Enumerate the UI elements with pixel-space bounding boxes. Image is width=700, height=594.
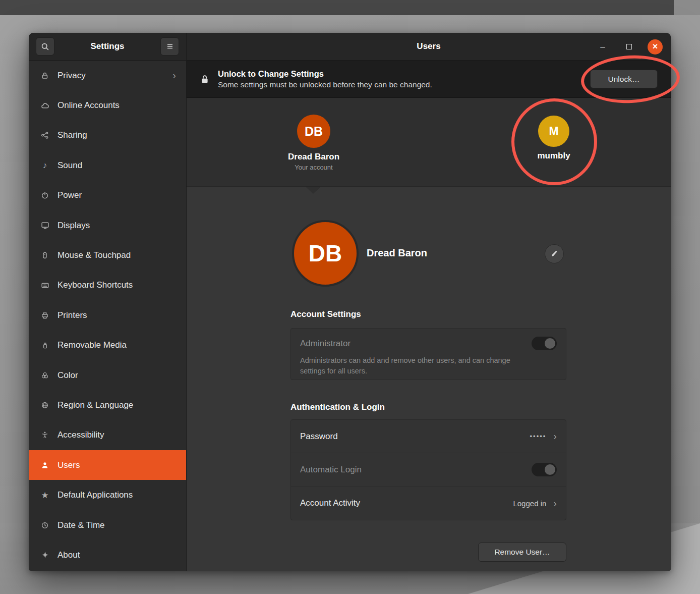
section-heading-account-settings: Account Settings xyxy=(290,309,361,319)
desktop: Settings Privacy xyxy=(0,0,700,594)
sidebar-item-label: Privacy xyxy=(57,71,86,81)
sidebar-item-label: Power xyxy=(57,190,82,200)
sidebar-item-power[interactable]: Power xyxy=(29,181,186,210)
chevron-right-icon: › xyxy=(172,70,176,81)
profile-avatar: DB xyxy=(292,220,359,287)
sidebar-item-label: Date & Time xyxy=(57,520,105,530)
sidebar-item-removable-media[interactable]: Removable Media xyxy=(29,331,186,360)
section-heading-auth-login: Authentication & Login xyxy=(290,402,385,412)
page-title: Users xyxy=(417,41,440,51)
sidebar-item-online-accounts[interactable]: Online Accounts xyxy=(29,90,186,120)
toggle-knob xyxy=(545,464,555,475)
avatar: DB xyxy=(297,115,330,148)
maximize-icon xyxy=(626,44,632,49)
sidebar-item-label: Sharing xyxy=(57,130,87,140)
user-name: mumbly xyxy=(498,151,609,161)
toggle-knob xyxy=(545,338,555,349)
flash-drive-icon xyxy=(40,342,50,349)
power-icon xyxy=(40,191,50,199)
close-button[interactable]: × xyxy=(648,39,663,55)
sidebar-item-sound[interactable]: ♪ Sound xyxy=(29,150,186,180)
share-icon xyxy=(40,131,50,139)
wallpaper-shape xyxy=(0,0,674,15)
sidebar-item-mouse-touchpad[interactable]: Mouse & Touchpad xyxy=(29,240,186,270)
password-label: Password xyxy=(300,431,338,442)
administrator-description: Administrators can add and remove other … xyxy=(300,355,512,376)
globe-icon xyxy=(40,401,50,409)
automatic-login-row: Automatic Login xyxy=(291,453,566,487)
sidebar-item-label: Region & Language xyxy=(57,400,133,410)
hamburger-icon xyxy=(166,42,174,50)
sidebar-item-default-applications[interactable]: ★ Default Applications xyxy=(29,480,186,510)
sidebar-title: Settings xyxy=(54,41,160,51)
sidebar: Settings Privacy xyxy=(29,33,187,571)
accessibility-icon xyxy=(40,431,50,439)
sidebar-item-accessibility[interactable]: Accessibility xyxy=(29,420,186,450)
banner-title: Unlock to Change Settings xyxy=(218,69,432,79)
administrator-label: Administrator xyxy=(300,339,351,349)
sidebar-item-label: Removable Media xyxy=(57,340,127,350)
keyboard-icon xyxy=(40,281,50,290)
music-note-icon: ♪ xyxy=(40,160,50,171)
edit-avatar-button[interactable] xyxy=(545,244,564,263)
sidebar-item-users[interactable]: Users xyxy=(29,450,186,480)
sidebar-item-keyboard-shortcuts[interactable]: Keyboard Shortcuts xyxy=(29,271,186,300)
sidebar-item-label: Default Applications xyxy=(57,490,133,500)
sidebar-item-printers[interactable]: Printers xyxy=(29,300,186,330)
auth-card: Password ••••• › Automatic Login Account… xyxy=(290,419,566,520)
user-subtitle: Your account xyxy=(258,164,369,171)
automatic-login-toggle[interactable] xyxy=(532,463,557,476)
search-button[interactable] xyxy=(36,37,54,56)
sidebar-list: Privacy › Online Accounts xyxy=(29,61,186,571)
account-activity-row[interactable]: Account Activity Logged in › xyxy=(291,487,566,520)
clock-icon xyxy=(40,521,50,529)
users-icon xyxy=(40,461,50,469)
lock-icon xyxy=(200,74,210,84)
sidebar-item-label: Online Accounts xyxy=(57,100,120,111)
sparkle-icon xyxy=(40,551,50,559)
user-detail-panel: DB Dread Baron Account Settings Administ… xyxy=(187,187,671,571)
carousel-user-current[interactable]: DB Dread Baron Your account xyxy=(258,98,369,171)
banner-subtitle: Some settings must be unlocked before th… xyxy=(218,80,432,89)
automatic-login-label: Automatic Login xyxy=(300,465,362,475)
sidebar-item-date-time[interactable]: Date & Time xyxy=(29,510,186,540)
sidebar-header: Settings xyxy=(29,33,186,61)
profile-name: Dread Baron xyxy=(367,247,427,259)
chevron-right-icon: › xyxy=(553,430,557,442)
remove-user-button[interactable]: Remove User… xyxy=(478,543,566,562)
sidebar-item-region-language[interactable]: Region & Language xyxy=(29,390,186,420)
sidebar-item-sharing[interactable]: Sharing xyxy=(29,121,186,150)
sidebar-item-label: Mouse & Touchpad xyxy=(57,250,131,260)
sidebar-item-label: Keyboard Shortcuts xyxy=(57,280,133,290)
sidebar-item-label: Users xyxy=(57,460,80,470)
account-activity-label: Account Activity xyxy=(300,498,360,508)
unlock-banner: Unlock to Change Settings Some settings … xyxy=(187,61,671,98)
selected-user-pointer xyxy=(306,187,321,194)
minimize-button[interactable]: – xyxy=(595,39,610,55)
lock-icon xyxy=(40,72,50,80)
maximize-button[interactable] xyxy=(621,39,636,55)
sidebar-item-label: Color xyxy=(57,370,78,381)
sidebar-item-label: About xyxy=(57,550,80,560)
sidebar-item-privacy[interactable]: Privacy › xyxy=(29,61,186,90)
account-activity-value: Logged in xyxy=(513,499,546,508)
password-row[interactable]: Password ••••• › xyxy=(291,420,566,453)
window-controls: – × xyxy=(595,33,663,61)
sidebar-item-about[interactable]: About xyxy=(29,540,186,570)
avatar: M xyxy=(538,116,569,147)
menu-button[interactable] xyxy=(160,37,179,56)
banner-text: Unlock to Change Settings Some settings … xyxy=(218,69,432,89)
color-wheel-icon xyxy=(40,371,50,380)
sidebar-item-label: Displays xyxy=(57,221,90,231)
sidebar-item-displays[interactable]: Displays xyxy=(29,210,186,240)
sidebar-item-label: Printers xyxy=(57,310,87,320)
user-carousel: DB Dread Baron Your account M mumbly xyxy=(187,98,671,187)
sidebar-item-color[interactable]: Color xyxy=(29,360,186,390)
carousel-user-other[interactable]: M mumbly xyxy=(498,98,609,161)
star-icon: ★ xyxy=(40,490,50,501)
wallpaper-shape xyxy=(674,0,700,15)
administrator-toggle[interactable] xyxy=(532,337,557,350)
unlock-button[interactable]: Unlock… xyxy=(590,70,658,88)
printer-icon xyxy=(40,311,50,319)
search-icon xyxy=(41,42,49,51)
